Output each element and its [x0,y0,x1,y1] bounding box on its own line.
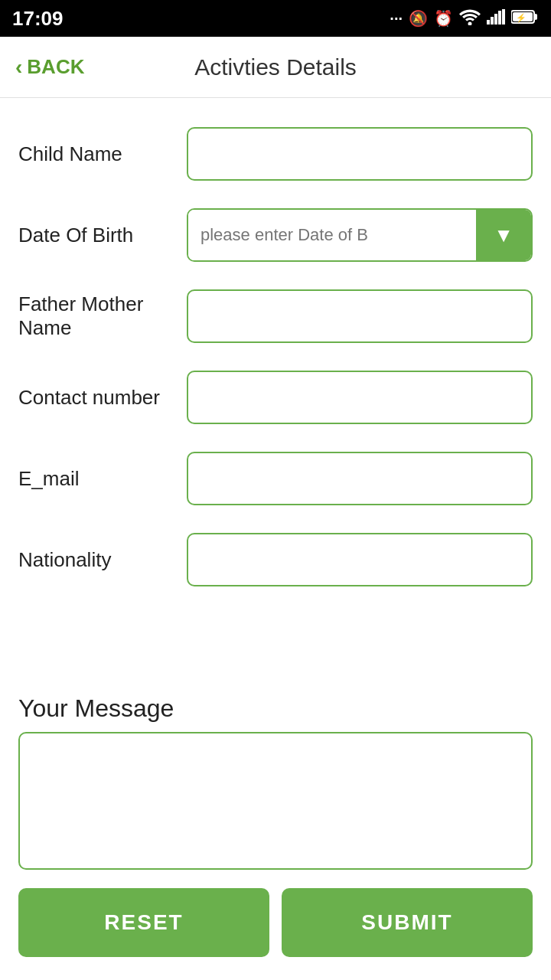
status-bar: 17:09 ··· 🔕 ⏰ [0,0,551,37]
header: ‹ BACK Activties Details [0,37,551,98]
back-label: BACK [27,55,84,79]
status-icons: ··· 🔕 ⏰ ⚡ [390,8,539,29]
email-input[interactable] [187,452,533,505]
svg-rect-3 [494,14,497,24]
wifi-icon [459,8,481,29]
chevron-down-icon: ▼ [494,224,514,247]
father-mother-name-label: Father Mother Name [18,292,187,340]
page-title: Activties Details [194,54,357,80]
alarm-icon: ⏰ [434,9,453,28]
nationality-input[interactable] [187,533,533,586]
nationality-row: Nationality [18,519,533,600]
date-of-birth-label: Date Of Birth [18,224,187,247]
contact-number-input[interactable] [187,371,533,424]
contact-number-row: Contact number [18,357,533,438]
child-name-row: Child Name [18,113,533,194]
svg-rect-2 [491,17,494,24]
svg-rect-1 [487,20,490,24]
father-mother-name-input[interactable] [187,289,533,343]
time-display: 17:09 [12,7,64,31]
message-textarea[interactable] [18,732,533,870]
reset-button[interactable]: RESET [18,888,269,957]
form-body: Child Name Date Of Birth ▼ Father Mother… [0,98,551,687]
signal-bars-icon [487,9,505,28]
date-of-birth-wrapper: ▼ [187,208,533,262]
submit-button[interactable]: SUBMIT [282,888,533,957]
back-button[interactable]: ‹ BACK [15,55,84,80]
svg-rect-4 [498,11,501,24]
svg-rect-5 [502,9,505,24]
date-of-birth-input[interactable] [188,210,476,260]
date-of-birth-row: Date Of Birth ▼ [18,194,533,276]
signal-dots-icon: ··· [390,10,403,28]
date-dropdown-button[interactable]: ▼ [476,210,531,260]
nationality-label: Nationality [18,548,187,572]
father-mother-name-row: Father Mother Name [18,276,533,357]
bottom-buttons: RESET SUBMIT [0,873,551,980]
svg-text:⚡: ⚡ [516,12,527,23]
battery-charging-icon: ⚡ [511,9,539,28]
message-section: Your Message [0,687,551,873]
message-label: Your Message [18,694,533,723]
child-name-label: Child Name [18,142,187,166]
email-label: E_mail [18,467,187,491]
back-chevron-icon: ‹ [15,55,22,80]
svg-point-0 [468,21,472,25]
email-row: E_mail [18,438,533,519]
contact-number-label: Contact number [18,386,187,410]
mute-icon: 🔕 [409,9,428,28]
child-name-input[interactable] [187,127,533,181]
svg-rect-7 [534,14,537,20]
